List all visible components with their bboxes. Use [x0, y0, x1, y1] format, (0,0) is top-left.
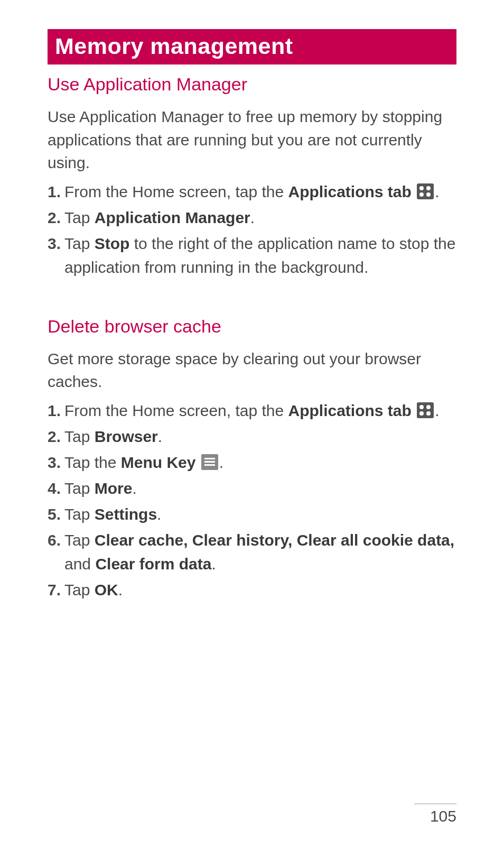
step-number: 5. [48, 502, 64, 526]
step-text-post: . [158, 428, 162, 445]
step-bold2: Clear form data [95, 555, 211, 573]
section1-intro: Use Application Manager to free up memor… [48, 105, 456, 174]
step-text-post: . [157, 505, 161, 523]
step-text-post: . [211, 555, 216, 573]
step-bold: Browser [95, 428, 158, 445]
step-body: Tap Browser. [64, 425, 456, 448]
step-text-post: . [435, 402, 439, 419]
section2-intro: Get more storage space by clearing out y… [48, 347, 456, 393]
section2-steps: 1. From the Home screen, tap the Applica… [48, 399, 456, 602]
step-body: Tap Clear cache, Clear history, Clear al… [64, 528, 456, 576]
step-number: 2. [48, 206, 64, 229]
applications-tab-icon [417, 402, 434, 418]
step-text-mid: and [64, 555, 95, 573]
list-item: 3. Tap the Menu Key . [48, 450, 456, 474]
section1-steps: 1. From the Home screen, tap the Applica… [48, 180, 456, 279]
step-text-post: . [219, 454, 223, 471]
step-text: Tap [64, 428, 95, 445]
step-body: Tap Settings. [64, 502, 456, 526]
step-text-post: . [250, 209, 255, 226]
step-number: 2. [48, 425, 64, 448]
page-title: Memory management [55, 33, 293, 59]
step-number: 3. [48, 450, 64, 474]
step-text-post: . [132, 480, 136, 497]
step-number: 3. [48, 232, 64, 279]
step-bold: Applications tab [288, 402, 412, 419]
step-bold: Applications tab [288, 183, 412, 200]
list-item: 2. Tap Browser. [48, 425, 456, 448]
step-bold: Menu Key [121, 454, 196, 471]
step-body: From the Home screen, tap the Applicatio… [64, 180, 456, 204]
page-number: 105 [414, 804, 456, 825]
step-body: From the Home screen, tap the Applicatio… [64, 399, 456, 422]
step-text: Tap [64, 581, 95, 598]
list-item: 2. Tap Application Manager. [48, 206, 456, 229]
step-bold: More [95, 480, 133, 497]
list-item: 7. Tap OK. [48, 578, 456, 602]
step-text-post: . [118, 581, 123, 598]
step-text: Tap [64, 531, 95, 549]
step-body: Tap OK. [64, 578, 456, 602]
step-text: Tap [64, 480, 95, 497]
list-item: 1. From the Home screen, tap the Applica… [48, 399, 456, 422]
list-item: 6. Tap Clear cache, Clear history, Clear… [48, 528, 456, 576]
section-heading-app-manager: Use Application Manager [48, 74, 456, 95]
applications-tab-icon [417, 183, 434, 199]
step-text: From the Home screen, tap the [64, 402, 288, 419]
manual-page: Memory management Use Application Manage… [0, 0, 504, 857]
step-bold: Clear cache, Clear history, Clear all co… [95, 531, 454, 549]
step-text: Tap [64, 235, 95, 252]
step-body: Tap More. [64, 476, 456, 500]
step-text-post: . [435, 183, 439, 200]
step-bold: Settings [95, 505, 157, 523]
list-item: 4. Tap More. [48, 476, 456, 500]
step-bold: OK [95, 581, 118, 598]
step-text: From the Home screen, tap the [64, 183, 288, 200]
step-number: 4. [48, 476, 64, 500]
menu-key-icon [201, 454, 218, 470]
step-body: Tap Stop to the right of the application… [64, 232, 456, 279]
list-item: 5. Tap Settings. [48, 502, 456, 526]
step-number: 7. [48, 578, 64, 602]
step-number: 1. [48, 180, 64, 204]
step-body: Tap Application Manager. [64, 206, 456, 229]
step-text: Tap [64, 209, 95, 226]
step-body: Tap the Menu Key . [64, 450, 456, 474]
step-number: 6. [48, 528, 64, 576]
section-heading-browser-cache: Delete browser cache [48, 316, 456, 337]
step-text: Tap the [64, 454, 121, 471]
step-text: Tap [64, 505, 95, 523]
step-number: 1. [48, 399, 64, 422]
list-item: 3. Tap Stop to the right of the applicat… [48, 232, 456, 279]
step-bold: Stop [95, 235, 130, 252]
step-bold: Application Manager [95, 209, 250, 226]
page-title-bar: Memory management [48, 29, 456, 64]
list-item: 1. From the Home screen, tap the Applica… [48, 180, 456, 204]
